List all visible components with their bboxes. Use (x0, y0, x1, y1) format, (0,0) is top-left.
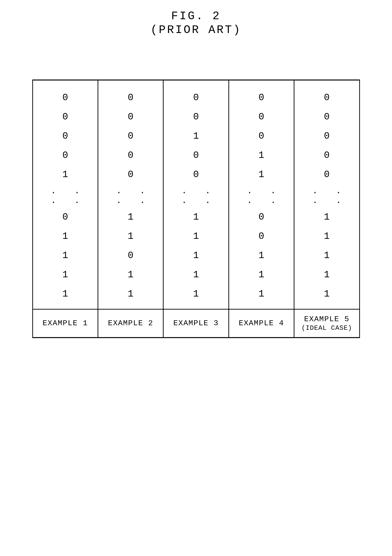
table-row: 1 1 1 0 1 (32, 227, 360, 246)
cell: 1 (294, 265, 360, 284)
cell: 0 (294, 165, 360, 184)
cell: 0 (32, 80, 98, 107)
cell: 1 (229, 165, 294, 184)
cell: 1 (98, 265, 163, 284)
cell: 1 (229, 284, 294, 309)
cell: 0 (229, 127, 294, 146)
cell: 0 (98, 80, 163, 107)
table-row: 0 0 0 1 0 (32, 146, 360, 165)
cell: 1 (32, 265, 98, 284)
cell: 1 (32, 165, 98, 184)
cell: 0 (229, 208, 294, 227)
ellipsis: . . . . (294, 184, 360, 208)
cell: 1 (294, 284, 360, 309)
cell: 0 (229, 227, 294, 246)
cell: 0 (163, 107, 229, 127)
cell: 0 (32, 146, 98, 165)
table-row: 1 0 0 1 0 (32, 165, 360, 184)
title-line-1: FIG. 2 (9, 9, 383, 23)
cell: 1 (32, 246, 98, 265)
column-headers: EXAMPLE 1 EXAMPLE 2 EXAMPLE 3 EXAMPLE 4 … (32, 309, 360, 338)
figure-title: FIG. 2 (PRIOR ART) (9, 9, 383, 37)
cell: 1 (229, 265, 294, 284)
cell: 0 (98, 127, 163, 146)
cell: 1 (163, 127, 229, 146)
column-subheader: (IDEAL CASE) (295, 324, 358, 332)
cell: 0 (98, 165, 163, 184)
cell: 0 (163, 165, 229, 184)
cell: 0 (294, 146, 360, 165)
column-header: EXAMPLE 4 (229, 309, 294, 338)
table-row: 1 1 1 1 1 (32, 284, 360, 309)
cell: 0 (229, 80, 294, 107)
cell: 1 (163, 284, 229, 309)
cell: 1 (163, 227, 229, 246)
cell: 0 (294, 80, 360, 107)
column-header: EXAMPLE 2 (98, 309, 163, 338)
column-header: EXAMPLE 5 (IDEAL CASE) (294, 309, 360, 338)
table-row: 0 0 0 0 0 (32, 80, 360, 107)
cell: 1 (163, 208, 229, 227)
table-row: 1 1 1 1 1 (32, 265, 360, 284)
cell: 0 (32, 127, 98, 146)
cell: 1 (98, 284, 163, 309)
cell: 0 (32, 208, 98, 227)
cell: 1 (229, 246, 294, 265)
data-table: 0 0 0 0 0 0 0 0 0 0 0 0 1 0 0 0 0 0 1 0 … (32, 79, 360, 338)
cell: 0 (294, 127, 360, 146)
cell: 0 (98, 107, 163, 127)
cell: 1 (294, 208, 360, 227)
table-row: 0 0 1 0 0 (32, 127, 360, 146)
cell: 1 (294, 246, 360, 265)
table-row: 0 0 0 0 0 (32, 107, 360, 127)
cell: 1 (32, 227, 98, 246)
cell: 1 (163, 265, 229, 284)
cell: 0 (98, 246, 163, 265)
cell: 0 (229, 107, 294, 127)
ellipsis: . . . . (32, 184, 98, 208)
ellipsis: . . . . (229, 184, 294, 208)
cell: 0 (32, 107, 98, 127)
table-row: 1 0 1 1 1 (32, 246, 360, 265)
title-line-2: (PRIOR ART) (9, 23, 383, 37)
ellipsis: . . . . (98, 184, 163, 208)
ellipsis: . . . . (163, 184, 229, 208)
ellipsis-row: . . . . . . . . . . . . . . . . . . . . (32, 184, 360, 208)
cell: 1 (163, 246, 229, 265)
cell: 1 (294, 227, 360, 246)
column-header: EXAMPLE 3 (163, 309, 229, 338)
cell: 1 (98, 227, 163, 246)
cell: 0 (294, 107, 360, 127)
cell: 0 (163, 146, 229, 165)
column-header: EXAMPLE 1 (32, 309, 98, 338)
cell: 1 (32, 284, 98, 309)
cell: 0 (98, 146, 163, 165)
cell: 0 (163, 80, 229, 107)
cell: 1 (229, 146, 294, 165)
cell: 1 (98, 208, 163, 227)
table-row: 0 1 1 0 1 (32, 208, 360, 227)
